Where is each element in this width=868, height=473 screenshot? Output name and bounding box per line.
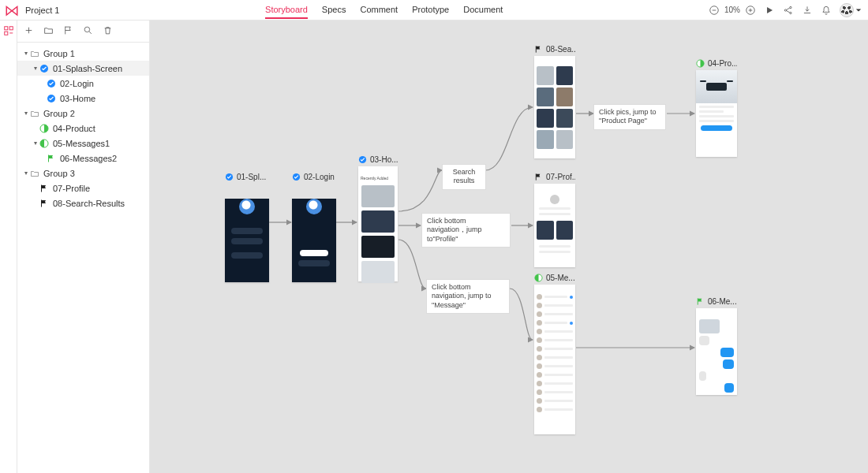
thumb-mock — [556, 109, 574, 128]
add-icon[interactable] — [24, 25, 34, 37]
node-02-login[interactable]: 02-Login — [292, 172, 336, 282]
node-label: 01-Spl... — [237, 173, 266, 181]
node-04-product[interactable]: 04-Pro... — [696, 58, 737, 157]
splash-text — [225, 219, 269, 224]
svg-rect-5 — [4, 27, 7, 30]
home-section-title: Recently Added — [358, 174, 398, 182]
field-mock — [231, 228, 263, 234]
play-icon[interactable] — [764, 5, 775, 16]
tree-group-3[interactable]: ▾ Group 3 — [17, 166, 149, 181]
tree-item-02-login[interactable]: 02-Login — [17, 76, 149, 91]
avatar-mock — [550, 195, 559, 204]
card-mock — [556, 221, 574, 240]
app-header: Project 1 Storyboard Specs Comment Proto… — [0, 0, 868, 20]
node-label: 04-Pro... — [708, 59, 737, 68]
thumb-mock — [556, 66, 574, 85]
storyboard-canvas[interactable]: 01-Spl... 02-Login — [150, 20, 868, 473]
node-03-home[interactable]: 03-Ho... Recently Added — [358, 155, 398, 281]
node-label: 08-Sea... — [546, 45, 575, 54]
left-rail — [0, 20, 17, 473]
folder-icon — [29, 108, 40, 119]
tree-item-03-home[interactable]: 03-Home — [17, 91, 149, 106]
svg-rect-7 — [4, 32, 7, 35]
field-mock — [231, 238, 263, 244]
tab-specs[interactable]: Specs — [322, 1, 346, 19]
search-icon[interactable] — [83, 25, 93, 37]
card-mock — [537, 221, 554, 240]
status-half-icon — [39, 138, 50, 149]
node-05-messages1[interactable]: 05-Me... — [534, 273, 575, 434]
chevron-down-icon — [855, 7, 862, 13]
tree-item-06-messages2[interactable]: 06-Messages2 — [17, 151, 149, 166]
node-06-messages2[interactable]: 06-Me... — [696, 296, 737, 395]
caret-icon: ▾ — [22, 110, 29, 117]
tree-item-08-search[interactable]: 08-Search-Results — [17, 196, 149, 210]
status-flag-icon — [39, 183, 50, 194]
user-menu[interactable] — [840, 3, 862, 17]
thumb-mock — [537, 130, 554, 149]
share-icon[interactable] — [783, 5, 794, 16]
node-08-search[interactable]: 08-Sea... — [534, 44, 575, 158]
tab-prototype[interactable]: Prototype — [412, 1, 449, 19]
thumb-mock — [537, 88, 554, 106]
download-icon[interactable] — [802, 5, 813, 16]
app-logo-icon — [5, 3, 19, 17]
thumb-mock — [537, 66, 554, 85]
status-flag-icon — [696, 297, 705, 306]
tree-item-01-splash[interactable]: ▾ 01-Splash-Screen — [17, 61, 149, 76]
status-half-icon — [696, 59, 705, 68]
zoom-in-icon[interactable] — [745, 5, 756, 16]
status-check-icon — [39, 63, 50, 74]
bell-icon[interactable] — [821, 5, 832, 16]
sidebar-tools — [17, 20, 149, 43]
thumb-mock — [361, 185, 395, 207]
tree-label: 04-Product — [53, 124, 95, 133]
tree-label: Group 1 — [43, 49, 75, 58]
tree-group-2[interactable]: ▾ Group 2 — [17, 106, 149, 121]
note-search-results[interactable]: Search results — [442, 164, 486, 190]
field-mock — [231, 252, 263, 259]
status-flag-icon — [39, 198, 50, 209]
storyboard-rail-icon[interactable] — [3, 25, 14, 39]
node-label: 02-Login — [304, 173, 335, 181]
note-jump-product[interactable]: Click pics, jump to "Product Page" — [593, 104, 666, 130]
caret-icon: ▾ — [32, 65, 39, 72]
chat-bubble-mock — [699, 371, 706, 381]
login-logo — [306, 199, 322, 214]
thumb-mock — [556, 88, 574, 106]
thumb-mock — [556, 130, 574, 149]
svg-point-8 — [84, 27, 90, 32]
chat-image-mock — [699, 319, 720, 333]
zoom-out-icon[interactable] — [709, 5, 720, 16]
tab-comment[interactable]: Comment — [360, 1, 398, 19]
tree-item-04-product[interactable]: 04-Product — [17, 121, 149, 136]
status-check-icon — [46, 78, 57, 89]
chat-bubble-mock — [720, 348, 734, 357]
page-tree: ▾ Group 1 ▾ 01-Splash-Screen 02-Login 03… — [17, 43, 149, 214]
splash-logo — [239, 199, 255, 214]
tab-document[interactable]: Document — [463, 1, 503, 19]
tree-label: Group 2 — [43, 109, 75, 118]
trash-icon[interactable] — [103, 25, 113, 37]
caret-icon: ▾ — [22, 169, 29, 177]
sidebar: ▾ Group 1 ▾ 01-Splash-Screen 02-Login 03… — [17, 20, 150, 473]
tree-group-1[interactable]: ▾ Group 1 — [17, 46, 149, 61]
header-right: 10% — [709, 3, 868, 17]
status-check-icon — [292, 173, 301, 181]
folder-icon — [29, 168, 40, 179]
tree-label: 05-Messages1 — [53, 139, 110, 148]
tab-storyboard[interactable]: Storyboard — [265, 1, 308, 19]
tree-item-05-messages1[interactable]: ▾ 05-Messages1 — [17, 136, 149, 151]
flag-icon[interactable] — [63, 25, 73, 37]
note-jump-profile[interactable]: Click bottom navigation，jump to"Profile" — [421, 213, 511, 248]
field-mock — [298, 260, 330, 266]
svg-point-2 — [784, 9, 786, 10]
header-tabs: Storyboard Specs Comment Prototype Docum… — [59, 1, 709, 19]
node-01-splash[interactable]: 01-Spl... — [225, 172, 269, 282]
tree-item-07-profile[interactable]: 07-Profile — [17, 181, 149, 196]
node-07-profile[interactable]: 07-Prof... — [534, 172, 575, 267]
folder-icon[interactable] — [43, 25, 54, 37]
user-avatar — [840, 3, 854, 17]
note-jump-message[interactable]: Click bottom navigation, jump to "Messag… — [426, 279, 510, 314]
node-label: 07-Prof... — [546, 173, 575, 181]
